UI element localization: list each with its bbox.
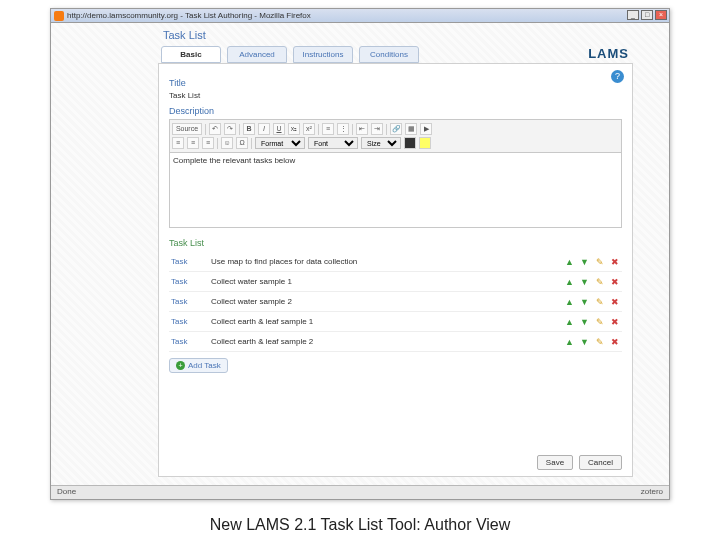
lams-logo: LAMS — [588, 46, 629, 61]
add-task-button[interactable]: + Add Task — [169, 358, 228, 373]
status-right: zotero — [641, 487, 663, 498]
italic-icon[interactable]: I — [258, 123, 270, 135]
size-select[interactable]: Size — [361, 137, 401, 149]
slide-caption: New LAMS 2.1 Task List Tool: Author View — [0, 516, 720, 534]
move-down-icon[interactable]: ▼ — [579, 276, 590, 287]
task-list-heading: Task List — [169, 238, 622, 248]
align-right-icon[interactable]: ≡ — [202, 137, 214, 149]
unordered-list-icon[interactable]: ⋮ — [337, 123, 349, 135]
help-icon[interactable]: ? — [611, 70, 624, 83]
indent-icon[interactable]: ⇥ — [371, 123, 383, 135]
move-down-icon[interactable]: ▼ — [579, 336, 590, 347]
task-text: Collect water sample 2 — [209, 292, 552, 312]
edit-icon[interactable]: ✎ — [594, 316, 605, 327]
description-editor[interactable]: Complete the relevant tasks below — [169, 153, 622, 228]
task-row: TaskCollect earth & leaf sample 1▲▼✎✖ — [169, 312, 622, 332]
delete-icon[interactable]: ✖ — [609, 336, 620, 347]
window-title: http://demo.lamscommunity.org - Task Lis… — [67, 11, 311, 20]
move-down-icon[interactable]: ▼ — [579, 316, 590, 327]
font-select[interactable]: Font — [308, 137, 358, 149]
minimize-button[interactable]: _ — [627, 10, 639, 20]
task-label: Task — [169, 312, 209, 332]
maximize-button[interactable]: □ — [641, 10, 653, 20]
text-color-icon[interactable] — [404, 137, 416, 149]
tab-instructions[interactable]: Instructions — [293, 46, 353, 63]
align-left-icon[interactable]: ≡ — [172, 137, 184, 149]
browser-window: http://demo.lamscommunity.org - Task Lis… — [50, 8, 670, 500]
move-down-icon[interactable]: ▼ — [579, 256, 590, 267]
move-up-icon[interactable]: ▲ — [564, 256, 575, 267]
task-row: TaskCollect earth & leaf sample 2▲▼✎✖ — [169, 332, 622, 352]
move-up-icon[interactable]: ▲ — [564, 296, 575, 307]
task-label: Task — [169, 292, 209, 312]
edit-icon[interactable]: ✎ — [594, 276, 605, 287]
task-label: Task — [169, 272, 209, 292]
superscript-icon[interactable]: x² — [303, 123, 315, 135]
task-label: Task — [169, 332, 209, 352]
task-label: Task — [169, 252, 209, 272]
title-value: Task List — [169, 91, 622, 100]
task-text: Collect earth & leaf sample 2 — [209, 332, 552, 352]
delete-icon[interactable]: ✖ — [609, 256, 620, 267]
close-button[interactable]: × — [655, 10, 667, 20]
save-button[interactable]: Save — [537, 455, 573, 470]
bold-icon[interactable]: B — [243, 123, 255, 135]
task-text: Use map to find places for data collecti… — [209, 252, 552, 272]
edit-icon[interactable]: ✎ — [594, 256, 605, 267]
align-center-icon[interactable]: ≡ — [187, 137, 199, 149]
undo-icon[interactable]: ↶ — [209, 123, 221, 135]
content-area: Task List Basic Advanced Instructions Co… — [51, 23, 669, 485]
task-text: Collect water sample 1 — [209, 272, 552, 292]
source-button[interactable]: Source — [172, 123, 202, 135]
rich-text-toolbar: Source ↶ ↷ B I U x₂ x² ≡ ⋮ ⇤ — [169, 119, 622, 153]
move-up-icon[interactable]: ▲ — [564, 316, 575, 327]
window-titlebar: http://demo.lamscommunity.org - Task Lis… — [51, 9, 669, 23]
tab-conditions[interactable]: Conditions — [359, 46, 419, 63]
move-up-icon[interactable]: ▲ — [564, 276, 575, 287]
format-select[interactable]: Format — [255, 137, 305, 149]
plus-icon: + — [176, 361, 185, 370]
task-text: Collect earth & leaf sample 1 — [209, 312, 552, 332]
link-icon[interactable]: 🔗 — [390, 123, 402, 135]
ordered-list-icon[interactable]: ≡ — [322, 123, 334, 135]
move-down-icon[interactable]: ▼ — [579, 296, 590, 307]
description-label: Description — [169, 106, 622, 116]
tab-bar: Basic Advanced Instructions Conditions — [161, 46, 419, 63]
delete-icon[interactable]: ✖ — [609, 296, 620, 307]
movie-icon[interactable]: ▶ — [420, 123, 432, 135]
image-icon[interactable]: ▦ — [405, 123, 417, 135]
firefox-icon — [54, 11, 64, 21]
status-left: Done — [57, 487, 76, 498]
subscript-icon[interactable]: x₂ — [288, 123, 300, 135]
edit-icon[interactable]: ✎ — [594, 296, 605, 307]
bg-color-icon[interactable] — [419, 137, 431, 149]
tab-basic[interactable]: Basic — [161, 46, 221, 63]
emoji-icon[interactable]: ☺ — [221, 137, 233, 149]
task-row: TaskUse map to find places for data coll… — [169, 252, 622, 272]
outdent-icon[interactable]: ⇤ — [356, 123, 368, 135]
delete-icon[interactable]: ✖ — [609, 316, 620, 327]
move-up-icon[interactable]: ▲ — [564, 336, 575, 347]
delete-icon[interactable]: ✖ — [609, 276, 620, 287]
underline-icon[interactable]: U — [273, 123, 285, 135]
task-row: TaskCollect water sample 2▲▼✎✖ — [169, 292, 622, 312]
cancel-button[interactable]: Cancel — [579, 455, 622, 470]
title-label: Title — [169, 78, 622, 88]
task-row: TaskCollect water sample 1▲▼✎✖ — [169, 272, 622, 292]
redo-icon[interactable]: ↷ — [224, 123, 236, 135]
main-panel: ? Title Task List Description Source ↶ ↷… — [158, 63, 633, 477]
tab-advanced[interactable]: Advanced — [227, 46, 287, 63]
symbol-icon[interactable]: Ω — [236, 137, 248, 149]
status-bar: Done zotero — [51, 485, 669, 499]
add-task-label: Add Task — [188, 361, 221, 370]
edit-icon[interactable]: ✎ — [594, 336, 605, 347]
task-table: TaskUse map to find places for data coll… — [169, 252, 622, 352]
page-title: Task List — [163, 29, 206, 41]
